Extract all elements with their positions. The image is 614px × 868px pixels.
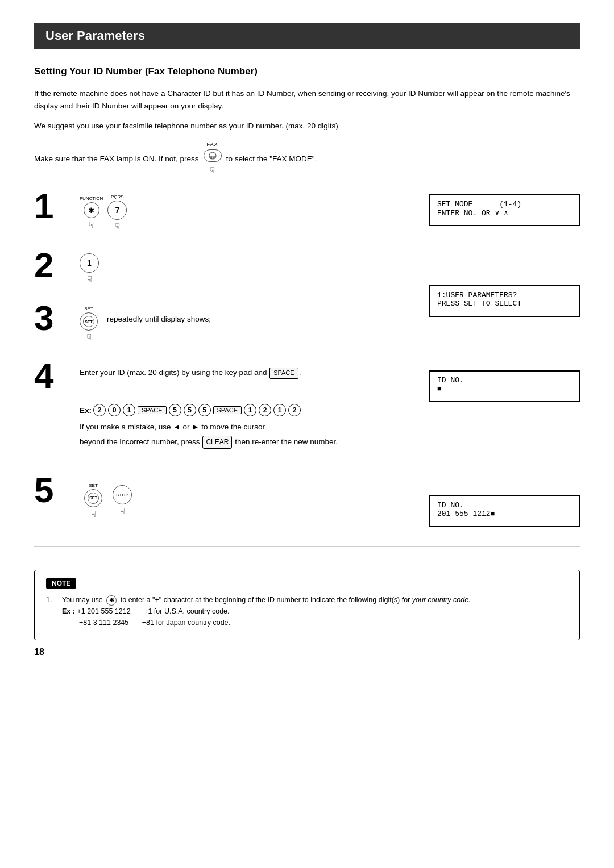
set-finger-icon: ☟ xyxy=(86,332,92,343)
step-1-row: 1 FUNCTION ✱ ☟ PQRS 7 ☟ xyxy=(34,189,415,232)
note-ex-1-num: +1 201 555 1212 xyxy=(77,607,130,615)
set-5-label: SET xyxy=(89,483,98,488)
fax-mode-instruction: Make sure that the FAX lamp is ON. If no… xyxy=(34,140,580,177)
ex-space-1: SPACE xyxy=(138,406,166,414)
step-3-number: 3 xyxy=(34,301,80,336)
7-key-group: PQRS 7 ☟ xyxy=(107,194,127,232)
display-2-line-1: 1:USER PARAMETERS? xyxy=(437,291,572,299)
mistake-text-1: If you make a mistake, use ◄ or ► to mov… xyxy=(80,421,338,433)
set-5-finger: ☟ xyxy=(91,509,96,519)
stop-key-group: STOP ☟ xyxy=(113,485,132,516)
step-4-text: Enter your ID (max. 20 digits) by using … xyxy=(80,358,301,379)
fax-mode-text-end: to select the "FAX MODE". xyxy=(226,153,317,165)
set-key-group: SET SET ☟ xyxy=(80,306,98,343)
spacer-1 xyxy=(429,234,580,285)
display-4-line-2: 201 555 1212■ xyxy=(437,510,572,518)
set-key-5-group: SET SET ☟ xyxy=(84,483,102,519)
clear-key-badge: CLEAR xyxy=(202,436,232,449)
spacer-2 xyxy=(429,325,580,370)
step-2-number: 2 xyxy=(34,248,80,283)
set-stop-buttons: SET SET ☟ STOP ☟ xyxy=(84,483,132,519)
ex-key-2c: 2 xyxy=(288,404,301,416)
stop-finger: ☟ xyxy=(120,506,125,516)
note-italic: your country code. xyxy=(412,596,471,604)
1-key-group: 1 ☟ xyxy=(80,253,99,285)
step-1-number: 1 xyxy=(34,189,80,224)
ex-key-2b: 2 xyxy=(259,404,271,416)
7-key-icon: 7 xyxy=(107,201,127,220)
set-key-outer-icon: SET xyxy=(80,312,98,331)
stop-key-icon: STOP xyxy=(113,485,132,504)
display-box-2: 1:USER PARAMETERS? PRESS SET TO SELECT xyxy=(429,285,580,317)
right-displays: SET MODE (1-4) ENTER NO. OR ∨ ∧ 1:USER P… xyxy=(429,189,580,535)
fax-finger-icon: ☟ xyxy=(210,164,215,177)
note-text-1: You may use ✱ to enter a "+" character a… xyxy=(62,594,471,628)
ex-key-5b: 5 xyxy=(184,404,196,416)
note-section: NOTE 1. You may use ✱ to enter a "+" cha… xyxy=(34,570,580,640)
step-5-row: 5 SET SET ☟ STOP xyxy=(34,473,415,519)
display-box-4: ID NO. 201 555 1212■ xyxy=(429,495,580,527)
divider xyxy=(34,546,580,547)
display-3-line-2: ■ xyxy=(437,385,572,393)
step-2-row: 2 1 ☟ xyxy=(34,248,415,285)
fax-label: FAX xyxy=(207,140,218,148)
intro-text-1: If the remote machine does not have a Ch… xyxy=(34,87,580,112)
display-4-line-1: ID NO. xyxy=(437,501,572,510)
ex-label: Ex: xyxy=(80,406,92,415)
set-5-key-outer: SET xyxy=(84,489,102,507)
step-1-content: FUNCTION ✱ ☟ PQRS 7 ☟ xyxy=(80,189,415,232)
ex-space-2: SPACE xyxy=(213,406,242,414)
note-ex-2-desc: +81 for Japan country code. xyxy=(142,619,230,627)
pqrs-label: PQRS xyxy=(111,194,124,199)
page-number: 18 xyxy=(34,647,44,657)
ex-key-1c: 1 xyxy=(273,404,286,416)
step-3-text: repeatedly until display shows; xyxy=(107,306,415,326)
ex-key-1b: 1 xyxy=(244,404,256,416)
display-2-line-2: PRESS SET TO SELECT xyxy=(437,299,572,308)
star-finger-icon: ☟ xyxy=(89,220,94,230)
page: User Parameters Setting Your ID Number (… xyxy=(0,0,614,674)
note-num-1: 1. xyxy=(46,594,56,628)
step-4-row: 4 Enter your ID (max. 20 digits) by usin… xyxy=(34,358,415,457)
note-item-1: 1. You may use ✱ to enter a "+" characte… xyxy=(46,594,568,628)
note-ex-1-desc: +1 for U.S.A. country code. xyxy=(144,607,229,615)
step-1-buttons: FUNCTION ✱ ☟ PQRS 7 ☟ xyxy=(80,194,127,232)
fax-mode-text: Make sure that the FAX lamp is ON. If no… xyxy=(34,153,199,165)
display-3-line-1: ID NO. xyxy=(437,376,572,385)
step-4-number: 4 xyxy=(34,358,80,394)
step-5-number: 5 xyxy=(34,473,80,508)
note-tag: NOTE xyxy=(46,578,76,589)
section-heading: Setting Your ID Number (Fax Telephone Nu… xyxy=(34,66,580,77)
step-5-content: SET SET ☟ STOP ☟ xyxy=(80,473,415,519)
display-1-line-2: ENTER NO. OR ∨ ∧ xyxy=(437,208,572,218)
set-label-top: SET xyxy=(84,306,93,311)
ex-key-0: 0 xyxy=(108,404,121,416)
7-finger-icon: ☟ xyxy=(115,222,120,232)
go-icon: go xyxy=(209,152,217,160)
display-box-3: ID NO. ■ xyxy=(429,370,580,402)
display-1-line-1: SET MODE (1-4) xyxy=(437,200,572,208)
note-ex-2-num: +81 3 111 2345 xyxy=(79,619,128,627)
mistake-text-2: beyond the incorrect number, press CLEAR… xyxy=(80,436,338,449)
fax-button-group: FAX go ☟ xyxy=(204,140,222,177)
spacer-3 xyxy=(429,410,580,495)
set-key-inner-icon: SET xyxy=(83,316,94,327)
ex-key-5c: 5 xyxy=(198,404,211,416)
ex-key-2: 2 xyxy=(93,404,106,416)
star-key-icon: ✱ xyxy=(84,202,99,218)
ex-key-5a: 5 xyxy=(169,404,181,416)
content-area: 1 FUNCTION ✱ ☟ PQRS 7 ☟ xyxy=(34,189,580,529)
1-finger-icon: ☟ xyxy=(87,274,92,285)
display-box-1: SET MODE (1-4) ENTER NO. OR ∨ ∧ xyxy=(429,194,580,226)
fax-button-icon: go xyxy=(204,149,222,162)
note-ex-label-1: Ex : xyxy=(62,607,75,615)
example-line: Ex: 2 0 1 SPACE 5 5 5 SPACE 1 2 1 2 xyxy=(80,404,338,416)
note-star-icon: ✱ xyxy=(106,595,117,606)
1-key-icon: 1 xyxy=(80,253,99,273)
function-key-group: FUNCTION ✱ ☟ xyxy=(80,196,103,230)
step-3-content: SET SET ☟ repeatedly until display shows… xyxy=(80,301,415,343)
header-bar: User Parameters xyxy=(34,23,580,49)
set-5-key-inner: SET xyxy=(88,493,99,504)
step-2-content: 1 ☟ xyxy=(80,248,415,285)
ex-key-1a: 1 xyxy=(123,404,135,416)
